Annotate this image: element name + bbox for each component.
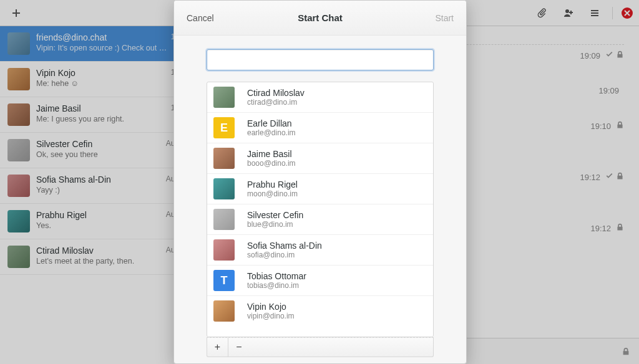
- contact-item[interactable]: Sofia Shams al-Din sofia@dino.im: [207, 235, 433, 266]
- start-button[interactable]: Start: [410, 13, 454, 23]
- contact-name: Ctirad Miloslav: [247, 88, 305, 98]
- contact-item[interactable]: T Tobias Ottomar tobias@dino.im: [207, 266, 433, 296]
- cancel-button[interactable]: Cancel: [187, 13, 230, 23]
- contact-name: Jaime Basil: [247, 149, 296, 159]
- contact-item[interactable]: Silvester Cefin blue@dino.im: [207, 204, 433, 235]
- minus-icon: −: [236, 342, 241, 353]
- contact-name: Tobias Ottomar: [247, 271, 306, 281]
- contact-list[interactable]: Ctirad Miloslav ctirad@dino.im E Earle D…: [207, 82, 434, 337]
- contact-name: Prabhu Rigel: [247, 180, 298, 189]
- contact-item[interactable]: Ctirad Miloslav ctirad@dino.im: [207, 82, 433, 113]
- contact-list-actions: + −: [207, 337, 434, 357]
- start-chat-dialog: Cancel Start Chat Start Ctirad Miloslav …: [173, 0, 467, 364]
- avatar: [213, 178, 235, 199]
- avatar: T: [213, 270, 235, 291]
- contact-jid: vipin@dino.im: [247, 312, 295, 320]
- avatar: E: [213, 117, 235, 138]
- contact-name: Vipin Kojo: [247, 302, 295, 312]
- dialog-body: Ctirad Miloslav ctirad@dino.im E Earle D…: [174, 36, 466, 363]
- contact-item[interactable]: Vipin Kojo vipin@dino.im: [207, 296, 433, 326]
- avatar: [213, 148, 235, 169]
- contact-search-input[interactable]: [207, 49, 434, 70]
- contact-item[interactable]: E Earle Dillan earle@dino.im: [207, 113, 433, 143]
- contact-item[interactable]: Prabhu Rigel moon@dino.im: [207, 174, 433, 204]
- contact-jid: earle@dino.im: [247, 128, 296, 137]
- contact-jid: blue@dino.im: [247, 220, 303, 229]
- avatar: [213, 209, 235, 230]
- contact-jid: ctirad@dino.im: [247, 98, 305, 107]
- contact-name: Silvester Cefin: [247, 210, 303, 220]
- avatar: [213, 239, 235, 261]
- contact-jid: sofia@dino.im: [247, 251, 322, 259]
- plus-icon: +: [215, 342, 220, 353]
- add-contact-button[interactable]: +: [207, 338, 228, 357]
- contact-name: Earle Dillan: [247, 118, 296, 128]
- dialog-header: Cancel Start Chat Start: [174, 1, 466, 36]
- contact-jid: tobias@dino.im: [247, 281, 306, 290]
- dialog-title: Start Chat: [230, 12, 410, 23]
- avatar: [213, 300, 235, 322]
- contact-name: Sofia Shams al-Din: [247, 241, 322, 251]
- contact-jid: moon@dino.im: [247, 189, 298, 198]
- contact-item[interactable]: Jaime Basil booo@dino.im: [207, 143, 433, 174]
- remove-contact-button[interactable]: −: [228, 338, 250, 357]
- avatar: [213, 87, 235, 108]
- contact-jid: booo@dino.im: [247, 159, 296, 168]
